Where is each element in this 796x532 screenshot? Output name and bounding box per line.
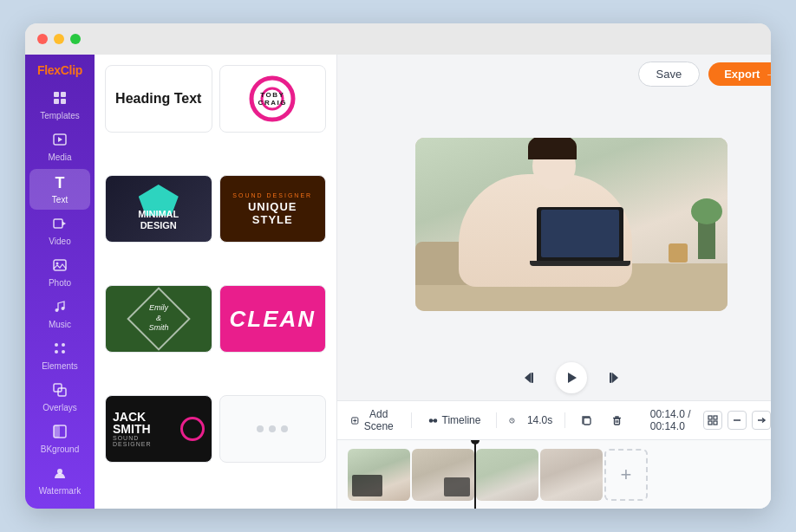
sidebar-item-media[interactable]: Media [29, 127, 90, 167]
export-button[interactable]: Export → [708, 62, 771, 86]
music-icon [53, 300, 67, 317]
zoom-out-button[interactable] [727, 411, 747, 430]
fit-icon [708, 415, 718, 425]
toolbar-divider-2 [496, 412, 497, 428]
forward-button[interactable] [604, 370, 620, 386]
thumb-2-laptop [444, 477, 470, 496]
sidebar-item-templates[interactable]: Templates [29, 86, 90, 126]
sidebar-item-text[interactable]: T Text [29, 169, 90, 210]
delete-button[interactable] [608, 413, 626, 428]
jack-inner: JACK SMITH SOUND DESIGNER [106, 411, 212, 447]
playhead-dot [471, 439, 480, 444]
minimize-dot[interactable] [54, 34, 64, 44]
toby-name-bottom: CRAIG [258, 99, 287, 107]
add-scene-timeline[interactable]: + [604, 449, 648, 501]
sidebar-label-photo: Photo [49, 278, 71, 288]
save-button[interactable]: Save [638, 62, 701, 87]
timeline-button[interactable]: Timeline [424, 412, 485, 428]
template-card-emily[interactable]: Emily&Smith [105, 285, 212, 353]
video-preview-area [337, 94, 771, 355]
add-scene-button[interactable]: Add Scene [348, 406, 399, 434]
app-window: FlexClip Templates Media T Text [25, 23, 771, 509]
text-icon: T [55, 174, 65, 192]
bottom-toolbar: Add Scene Timeline 14.0s 00:14.0 [337, 400, 771, 439]
jack-name: JACK SMITH [113, 411, 177, 435]
zoom-controls [703, 411, 771, 430]
add-scene-label: Add Scene [362, 408, 396, 432]
template-card-clean[interactable]: CLEAN [219, 285, 327, 353]
svg-point-14 [55, 350, 58, 354]
timeline-thumb-3[interactable] [476, 449, 538, 501]
trash-icon [611, 415, 623, 426]
timeline-thumb-4[interactable] [540, 449, 603, 501]
media-icon [53, 133, 67, 150]
maximize-dot[interactable] [70, 34, 81, 44]
svg-marker-23 [525, 373, 531, 383]
timeline-icon [427, 415, 439, 426]
timeline-area: + [337, 439, 771, 509]
svg-marker-5 [58, 137, 62, 142]
logo-rest: lexClip [44, 63, 82, 77]
play-button[interactable] [556, 362, 587, 393]
svg-marker-26 [612, 373, 618, 383]
copy-icon [581, 415, 592, 426]
svg-rect-2 [54, 99, 59, 104]
laptop-display [541, 210, 619, 257]
thumb-3-bg [476, 449, 538, 501]
timeline-thumb-1[interactable] [348, 449, 410, 501]
playback-controls [337, 355, 771, 400]
toolbar-divider-1 [411, 412, 412, 428]
template-card-minimal[interactable]: MINIMALDESIGN [105, 175, 212, 243]
dots-row [257, 425, 288, 432]
arrow-icon [756, 415, 767, 425]
content-panel: Heading Text TOBY CRAIG [95, 55, 337, 509]
arrow-button[interactable] [752, 411, 771, 430]
svg-marker-25 [568, 373, 577, 383]
template-card-jacksmith[interactable]: JACK SMITH SOUND DESIGNER [105, 395, 212, 463]
video-frame [415, 138, 727, 311]
sidebar-item-music[interactable]: Music [29, 295, 90, 334]
unique-subtitle: SOUND DESIGNER [232, 192, 312, 198]
watermark-icon [53, 466, 67, 483]
sidebar-item-elements[interactable]: Elements [29, 336, 90, 376]
rewind-icon [523, 370, 538, 386]
rewind-button[interactable] [523, 370, 538, 386]
add-scene-icon [351, 415, 359, 426]
sidebar-item-overlays[interactable]: Overlays [29, 378, 90, 418]
overlays-icon [53, 383, 67, 400]
template-card-tobycraig[interactable]: TOBY CRAIG [219, 65, 327, 133]
thumb-2-bg [412, 449, 474, 501]
timeline-thumb-2[interactable] [412, 449, 474, 501]
sidebar-item-photo[interactable]: Photo [29, 253, 90, 293]
svg-point-15 [62, 350, 65, 354]
sidebar-label-media: Media [48, 152, 71, 162]
forward-icon [604, 370, 620, 386]
toby-ring-container: TOBY CRAIG [249, 75, 296, 122]
svg-rect-39 [708, 416, 712, 419]
sidebar-item-bkground[interactable]: BKground [29, 419, 90, 459]
sidebar-label-bkground: BKground [41, 444, 79, 454]
sidebar-item-video[interactable]: Video [29, 211, 90, 251]
toby-name-top: TOBY [260, 91, 284, 99]
clean-text: CLEAN [229, 306, 316, 333]
export-label: Export [724, 68, 760, 81]
plant-leaves [691, 198, 722, 224]
template-card-heading[interactable]: Heading Text [105, 65, 212, 133]
svg-rect-6 [54, 219, 62, 228]
elements-icon [53, 341, 67, 359]
svg-rect-36 [614, 418, 619, 425]
copy-button[interactable] [577, 413, 596, 428]
template-card-more[interactable] [219, 395, 327, 463]
fit-button[interactable] [703, 411, 722, 430]
sidebar-item-watermark[interactable]: Watermark [29, 461, 90, 501]
main-area: FlexClip Templates Media T Text [25, 55, 771, 509]
template-card-unique[interactable]: SOUND DESIGNER UNIQUESTYLE [219, 175, 327, 243]
sidebar-label-overlays: Overlays [42, 403, 76, 412]
logo-f: F [37, 63, 44, 77]
person-hair [528, 138, 577, 159]
sidebar-label-watermark: Watermark [39, 486, 82, 496]
svg-rect-19 [54, 425, 60, 438]
close-dot[interactable] [37, 34, 48, 44]
time-position: 00:14.0 / 00:14.0 [650, 408, 692, 432]
thumb-laptop [352, 475, 382, 496]
